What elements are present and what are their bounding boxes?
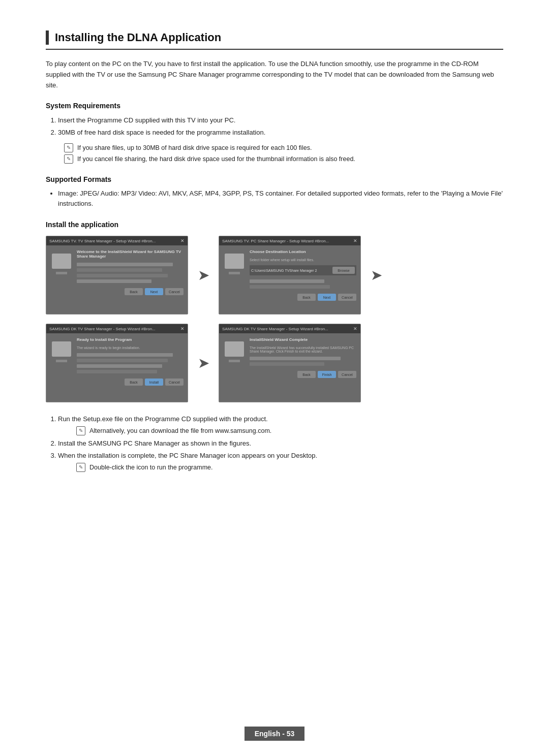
ss-btn-install: Install [145, 379, 163, 386]
screenshot-2: SAMSUNG TV. PC Share Manager - Setup Wiz… [219, 236, 361, 314]
screenshot-1: SAMSUNG TV. TV Share Manager - Setup Wiz… [46, 236, 188, 314]
ss-line [250, 362, 324, 366]
ss-title-4: InstallShield Wizard Complete [250, 337, 356, 342]
supported-formats-heading: Supported Formats [46, 175, 503, 183]
ss-line [250, 357, 341, 360]
note-item-3a: ✎ Double-click the icon to run the progr… [76, 462, 503, 472]
supported-formats-list: Image: JPEG/ Audio: MP3/ Video: AVI, MKV… [58, 188, 503, 210]
list-item: Image: JPEG/ Audio: MP3/ Video: AVI, MKV… [58, 188, 503, 210]
computer-icon-3 [52, 341, 71, 357]
close-btn-3: ✕ [180, 326, 185, 331]
ss-line [250, 279, 324, 283]
titlebar-3: SAMSUNG DK TV Share Manager - Setup Wiza… [46, 324, 188, 333]
ss-btn: Back [125, 379, 143, 386]
icon-area-4 [223, 337, 246, 362]
close-btn-2: ✕ [353, 238, 357, 243]
notes-block: ✎ If you share files, up to 30MB of hard… [64, 143, 503, 164]
section-header: Installing the DLNA Application [46, 30, 503, 50]
computer-icon-1 [52, 254, 71, 269]
note-icon: ✎ [76, 463, 85, 472]
note-icon: ✎ [64, 143, 73, 152]
system-requirements-heading: System Requirements [46, 102, 503, 110]
note-item-1a: ✎ Alternatively, you can download the fi… [76, 426, 503, 436]
body-3: Ready to Install the Program The wizard … [46, 333, 188, 402]
close-btn-1: ✕ [180, 238, 185, 243]
list-item: Insert the Programme CD supplied with th… [58, 115, 503, 126]
arrow-2: ➤ [361, 267, 391, 284]
note-block-3: ✎ Double-click the icon to run the progr… [76, 462, 503, 472]
icon-area-1 [50, 249, 73, 274]
titlebar-text-4: SAMSUNG DK TV Share Manager - Setup Wiza… [222, 327, 328, 331]
stand-2 [229, 272, 240, 274]
screenshot-row-1: SAMSUNG TV. TV Share Manager - Setup Wiz… [46, 236, 503, 314]
ss-line [77, 274, 168, 277]
ss-line [77, 263, 173, 266]
close-btn-4: ✕ [353, 326, 357, 331]
ss-subtitle-3: The wizard is ready to begin installatio… [77, 346, 184, 350]
ss-line [250, 285, 330, 289]
ss-line [77, 359, 168, 362]
ss-title-3: Ready to Install the Program [77, 337, 184, 342]
ss-line [77, 279, 151, 283]
screenshots-container: SAMSUNG TV. TV Share Manager - Setup Wiz… [46, 236, 503, 402]
note-item: ✎ If you cancel file sharing, the hard d… [64, 154, 503, 164]
screenshot-4: SAMSUNG DK TV Share Manager - Setup Wiza… [219, 324, 361, 402]
content-1: Welcome to the InstallShield Wizard for … [77, 249, 184, 295]
note-block-1: ✎ Alternatively, you can download the fi… [76, 426, 503, 436]
screenshot-3: SAMSUNG DK TV Share Manager - Setup Wiza… [46, 324, 188, 402]
section-header-bar [46, 30, 49, 45]
button-row-2: Back Next Cancel [250, 294, 356, 301]
install-step-3: When the installation is complete, the P… [58, 450, 503, 472]
arrow-1: ➤ [188, 267, 219, 284]
button-row-3: Back Install Cancel [77, 379, 184, 386]
titlebar-4: SAMSUNG DK TV Share Manager - Setup Wiza… [219, 324, 360, 333]
ss-line [77, 268, 162, 272]
system-requirements-list: Insert the Programme CD supplied with th… [58, 115, 503, 138]
titlebar-1: SAMSUNG TV. TV Share Manager - Setup Wiz… [46, 236, 188, 245]
install-steps-list: Run the Setup.exe file on the Programme … [58, 414, 503, 472]
note-icon: ✎ [64, 154, 73, 164]
titlebar-text-3: SAMSUNG DK TV Share Manager - Setup Wiza… [49, 327, 156, 331]
ss-title-1: Welcome to the InstallShield Wizard for … [77, 249, 184, 259]
ss-btn-next: Next [145, 288, 163, 295]
ss-btn-cancel: Cancel [338, 294, 356, 301]
install-step-2: Install the SAMSUNG PC Share Manager as … [58, 438, 503, 449]
system-requirements-section: System Requirements Insert the Programme… [46, 102, 503, 164]
computer-icon-2 [225, 254, 244, 269]
note-icon: ✎ [76, 426, 85, 435]
arrow-3: ➤ [188, 355, 219, 371]
ss-line [77, 364, 162, 368]
content-4: InstallShield Wizard Complete The Instal… [250, 337, 356, 378]
note-text: If you cancel file sharing, the hard dis… [77, 154, 355, 164]
button-row-4: Back Finish Cancel [250, 371, 356, 378]
button-row-1: Back Next Cancel [77, 288, 184, 295]
icon-area-3 [50, 337, 73, 362]
ss-btn: Back [297, 294, 316, 301]
ss-subtitle-2: Select folder where setup will install f… [250, 258, 356, 262]
install-heading: Install the application [46, 220, 503, 229]
intro-text: To play content on the PC on the TV, you… [46, 59, 503, 90]
stand-1 [56, 272, 67, 274]
ss-btn: Back [125, 288, 143, 295]
section-title: Installing the DLNA Application [55, 31, 221, 44]
note-text: If you share files, up to 30MB of hard d… [77, 143, 312, 153]
content-2: Choose Destination Location Select folde… [250, 249, 356, 301]
body-1: Welcome to the InstallShield Wizard for … [46, 245, 188, 314]
ss-title-2: Choose Destination Location [250, 249, 356, 254]
ss-line [77, 353, 173, 357]
body-4: InstallShield Wizard Complete The Instal… [219, 333, 360, 402]
footer: English - 53 [0, 727, 549, 741]
footer-badge: English - 53 [245, 727, 305, 741]
ss-btn-cancel: Cancel [338, 371, 356, 378]
ss-btn: Back [297, 371, 316, 378]
ss-btn-finish: Finish [318, 371, 336, 378]
icon-area-2 [223, 249, 246, 274]
ss-btn-cancel: Cancel [165, 379, 184, 386]
browse-btn: Browse [332, 267, 355, 274]
titlebar-2: SAMSUNG TV. PC Share Manager - Setup Wiz… [219, 236, 360, 245]
install-application-section: Install the application SAMSUNG TV. TV S… [46, 220, 503, 472]
list-item: 30MB of free hard disk space is needed f… [58, 127, 503, 138]
note-item: ✎ If you share files, up to 30MB of hard… [64, 143, 503, 153]
install-step-1: Run the Setup.exe file on the Programme … [58, 414, 503, 436]
content-3: Ready to Install the Program The wizard … [77, 337, 184, 386]
